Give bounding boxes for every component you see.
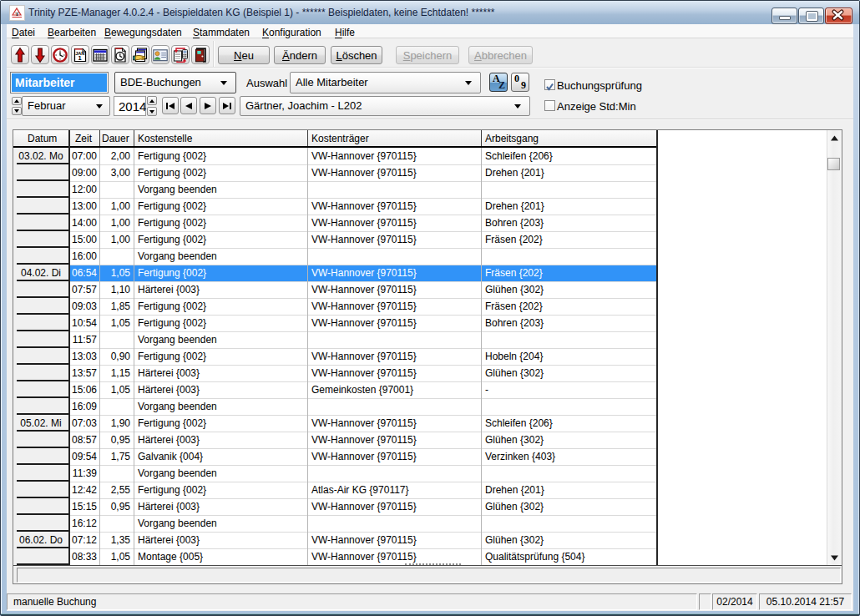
svg-text:1: 1 <box>78 54 82 62</box>
svg-text:T: T <box>15 11 19 18</box>
